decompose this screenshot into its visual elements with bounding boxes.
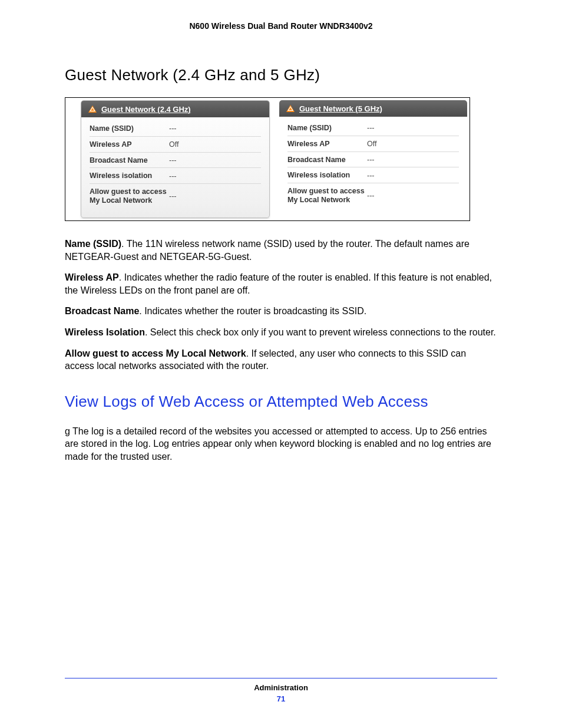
footer-chapter: Administration	[65, 683, 497, 692]
row-label: Name (SSID)	[287, 124, 367, 133]
guest-network-5-card: Guest Network (5 GHz) Name (SSID)--- Wir…	[279, 100, 467, 218]
warning-icon	[88, 106, 97, 113]
table-row: Wireless isolation---	[90, 168, 261, 184]
row-value: ---	[169, 192, 177, 200]
footer-page-number: 71	[65, 694, 497, 703]
definitions-block: Name (SSID). The 11N wireless network na…	[65, 238, 497, 373]
definition-paragraph: Wireless AP. Indicates whether the radio…	[65, 271, 497, 297]
row-label: Broadcast Name	[287, 156, 367, 164]
row-value: ---	[367, 156, 375, 164]
row-label: Wireless isolation	[90, 172, 169, 180]
definition-term: Wireless AP	[65, 272, 119, 282]
view-logs-heading: View Logs of Web Access or Attempted Web…	[65, 393, 497, 411]
row-label: Name (SSID)	[90, 124, 169, 133]
table-row: Name (SSID)---	[90, 121, 261, 137]
table-row: Wireless isolation---	[287, 167, 459, 183]
row-label: Broadcast Name	[90, 156, 169, 165]
row-value: ---	[367, 124, 375, 132]
row-value: ---	[367, 172, 375, 180]
definition-sep: .	[145, 327, 150, 337]
table-row: Broadcast Name---	[287, 152, 459, 168]
table-row: Wireless APOff	[287, 136, 459, 152]
definition-text: Select this check box only if you want t…	[150, 327, 496, 337]
card-header: Guest Network (2.4 GHz)	[81, 101, 269, 117]
table-row: Broadcast Name---	[90, 153, 261, 169]
row-label: Wireless AP	[90, 140, 169, 149]
guest-network-24-link[interactable]: Guest Network (2.4 GHz)	[101, 105, 191, 114]
table-row: Wireless APOff	[90, 137, 261, 153]
screenshot-frame: Guest Network (2.4 GHz) Name (SSID)--- W…	[65, 97, 470, 221]
definition-sep: .	[246, 348, 252, 358]
section-body: g The log is a detailed record of the we…	[65, 425, 497, 463]
definition-term: Broadcast Name	[65, 306, 139, 316]
definition-paragraph: Allow guest to access My Local Network. …	[65, 347, 497, 373]
page-footer: Administration 71	[65, 678, 497, 703]
row-value: ---	[367, 192, 375, 200]
definition-term: Name (SSID)	[65, 239, 121, 249]
document-header: N600 Wireless Dual Band Router WNDR3400v…	[65, 21, 497, 31]
row-label: Allow guest to access My Local Network	[287, 187, 367, 205]
guest-network-heading: Guest Network (2.4 GHz and 5 GHz)	[65, 66, 497, 84]
footer-rule	[65, 678, 497, 678]
definition-paragraph: Wireless Isolation. Select this check bo…	[65, 326, 497, 339]
row-value: ---	[169, 156, 177, 164]
definition-sep: .	[119, 272, 124, 282]
warning-icon	[286, 105, 295, 112]
table-row: Allow guest to access My Local Network--…	[287, 183, 459, 207]
definition-paragraph: Name (SSID). The 11N wireless network na…	[65, 238, 497, 263]
guest-network-5-link[interactable]: Guest Network (5 GHz)	[299, 104, 382, 113]
definition-text: Indicates whether the radio feature of t…	[65, 272, 492, 295]
definition-term: Allow guest to access My Local Network	[65, 348, 246, 358]
row-value: ---	[169, 172, 177, 180]
row-value: Off	[367, 140, 376, 148]
definition-sep: .	[139, 306, 144, 316]
definition-term: Wireless Isolation	[65, 327, 145, 337]
row-label: Wireless AP	[287, 140, 367, 149]
row-label: Wireless isolation	[287, 171, 367, 180]
table-row: Allow guest to access My Local Network--…	[90, 184, 261, 208]
paragraph: g The log is a detailed record of the we…	[65, 425, 497, 463]
definition-paragraph: Broadcast Name. Indicates whether the ro…	[65, 305, 497, 318]
definition-sep: .	[121, 239, 127, 249]
card-header: Guest Network (5 GHz)	[279, 100, 467, 117]
guest-network-24-card: Guest Network (2.4 GHz) Name (SSID)--- W…	[81, 100, 270, 218]
row-label: Allow guest to access My Local Network	[90, 187, 169, 205]
definition-text: Indicates whether the router is broadcas…	[144, 306, 366, 316]
row-value: ---	[169, 124, 177, 133]
table-row: Name (SSID)---	[287, 120, 459, 136]
row-value: Off	[169, 140, 178, 149]
